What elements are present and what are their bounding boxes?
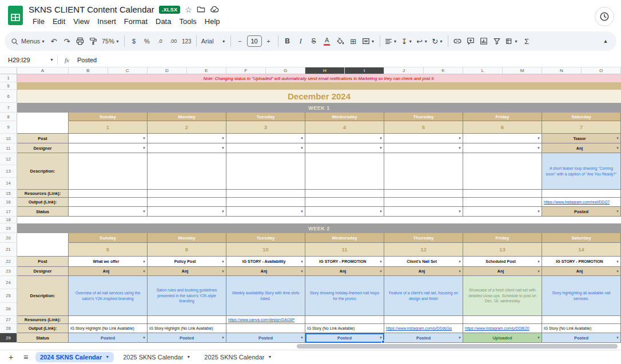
name-box[interactable]: H29:I29 ▼ (5, 57, 57, 63)
column-header-k[interactable]: K (424, 67, 463, 74)
menu-format[interactable]: Format (120, 16, 152, 27)
column-header-f[interactable]: F (226, 67, 266, 74)
dropdown-arrow-icon[interactable]: ▼ (142, 146, 146, 150)
row-header[interactable]: 23 (0, 267, 17, 276)
day-header-cell[interactable]: Wednesday (305, 113, 384, 121)
row-header[interactable]: 14 (0, 178, 17, 189)
day-header-cell[interactable]: Sunday (69, 233, 148, 243)
week2-label-cell[interactable]: WEEK 2 (17, 223, 621, 233)
status-cell[interactable]: ▼ (69, 207, 148, 217)
increase-font-size-button[interactable]: + (262, 34, 275, 48)
resources-cell[interactable] (69, 190, 148, 198)
resources-cell[interactable] (463, 190, 542, 198)
day-header-cell[interactable]: Wednesday (305, 233, 384, 243)
insert-link-button[interactable] (451, 34, 464, 48)
status-cell[interactable]: ▼ (463, 207, 542, 217)
undo-button[interactable]: ↶ (47, 34, 60, 48)
row-header[interactable]: 8 (0, 113, 17, 121)
designer-cell[interactable]: Anj▼ (384, 267, 463, 276)
dropdown-arrow-icon[interactable]: ▼ (616, 336, 619, 339)
description-cell[interactable]: Story highlighting all available nail se… (542, 276, 621, 316)
column-header-d[interactable]: D (148, 67, 187, 74)
status-cell[interactable]: Uploaded▼ (463, 333, 542, 343)
functions-button[interactable]: Σ (520, 34, 533, 48)
designer-cell[interactable]: Anj▼ (148, 267, 226, 276)
resources-cell[interactable] (305, 190, 384, 198)
all-sheets-button[interactable]: ≡ (21, 353, 31, 362)
corner-cell[interactable] (17, 113, 69, 121)
description-cell[interactable]: Salon rules and booking guidelines prese… (148, 276, 226, 316)
post-cell[interactable]: Policy Post▼ (148, 257, 226, 267)
post-cell[interactable]: ▼ (463, 134, 542, 143)
row-header[interactable]: 13 (0, 165, 17, 177)
dropdown-arrow-icon[interactable]: ▼ (537, 137, 540, 140)
output-cell[interactable]: IG Story Highlight (No Link Available) (148, 324, 226, 333)
output-cell[interactable] (226, 198, 305, 207)
paint-format-button[interactable] (87, 34, 99, 48)
column-header-b[interactable]: B (69, 67, 108, 74)
resources-cell[interactable] (542, 316, 621, 324)
dropdown-arrow-icon[interactable]: ▼ (300, 270, 304, 273)
borders-button[interactable]: ⊞ (347, 34, 360, 48)
day-header-cell[interactable]: Thursday (384, 113, 463, 121)
row-header[interactable]: 18 (0, 217, 17, 223)
status-cell[interactable]: Posted▼ (148, 333, 226, 343)
row-header[interactable]: 15 (0, 190, 17, 198)
dropdown-arrow-icon[interactable]: ▼ (221, 270, 225, 273)
dropdown-arrow-icon[interactable]: ▼ (537, 146, 540, 150)
horizontal-align-button[interactable]: ▼ (383, 34, 399, 48)
decrease-decimal-button[interactable]: .0 (154, 34, 166, 48)
chevron-down-icon[interactable]: ▼ (105, 355, 109, 359)
row-header[interactable]: 26 (0, 303, 17, 315)
dropdown-arrow-icon[interactable]: ▼ (458, 260, 461, 263)
output-cell[interactable] (305, 198, 384, 207)
resources-cell[interactable] (463, 316, 542, 324)
description-cell[interactable] (69, 153, 148, 190)
fill-color-button[interactable] (334, 34, 347, 48)
date-cell[interactable]: 10 (226, 243, 305, 257)
sheet-tab-2025-b[interactable]: 2025 SKNS Calendar ▼ (200, 352, 276, 362)
dropdown-arrow-icon[interactable]: ▼ (379, 260, 383, 263)
row-label-description[interactable]: Description: (17, 153, 69, 190)
create-filter-button[interactable] (491, 34, 503, 48)
status-cell[interactable]: Posted▼ (384, 333, 463, 343)
insert-comment-button[interactable] (464, 34, 477, 48)
row-header[interactable]: 24 (0, 276, 17, 289)
designer-cell[interactable]: Anj▼ (69, 267, 148, 276)
row-header[interactable]: 10 (0, 134, 17, 143)
output-link[interactable]: https://www.instagram.com/reel/DDQ7 (542, 198, 621, 207)
menu-view[interactable]: View (69, 16, 93, 27)
designer-cell[interactable]: ▼ (463, 143, 542, 153)
date-cell[interactable]: 13 (463, 243, 542, 257)
post-cell[interactable]: IG STORY - PROMOTION▼ (542, 257, 621, 267)
column-header-o[interactable]: O (582, 67, 621, 74)
dropdown-arrow-icon[interactable]: ▼ (221, 146, 225, 150)
date-cell[interactable]: 11 (305, 243, 384, 257)
status-cell[interactable]: ▼ (226, 207, 305, 217)
output-link[interactable]: https://www.instagram.com/p/DDtE20 (463, 324, 542, 333)
format-currency-button[interactable]: $ (128, 34, 140, 48)
dropdown-arrow-icon[interactable]: ▼ (537, 210, 540, 213)
dropdown-arrow-icon[interactable]: ▼ (379, 270, 383, 273)
dropdown-arrow-icon[interactable]: ▼ (379, 210, 383, 213)
print-button[interactable] (74, 34, 86, 48)
output-cell[interactable] (69, 198, 148, 207)
post-cell[interactable]: What we offer▼ (69, 257, 148, 267)
dropdown-arrow-icon[interactable]: ▼ (537, 270, 540, 273)
day-header-cell[interactable]: Monday (148, 233, 226, 243)
decrease-font-size-button[interactable]: − (234, 34, 246, 48)
row-label-resources[interactable]: Resources (Link): (17, 190, 69, 198)
menu-edit[interactable]: Edit (49, 16, 69, 27)
dropdown-arrow-icon[interactable]: ▼ (458, 336, 461, 339)
strikethrough-button[interactable]: S (308, 34, 320, 48)
document-title[interactable]: SKNS CLIENT Content Calendar (29, 5, 154, 14)
date-cell[interactable]: 12 (384, 243, 463, 257)
font-size-input[interactable]: 10 (247, 35, 262, 47)
status-cell[interactable]: Posted▼ (542, 207, 621, 217)
resources-cell[interactable] (148, 316, 226, 324)
designer-cell[interactable]: Anj▼ (463, 267, 542, 276)
tan-band-cell[interactable] (17, 82, 621, 90)
menu-help[interactable]: Help (201, 16, 224, 27)
description-cell[interactable]: Weekly availability Story with time slot… (226, 276, 305, 316)
description-cell[interactable] (226, 153, 305, 190)
